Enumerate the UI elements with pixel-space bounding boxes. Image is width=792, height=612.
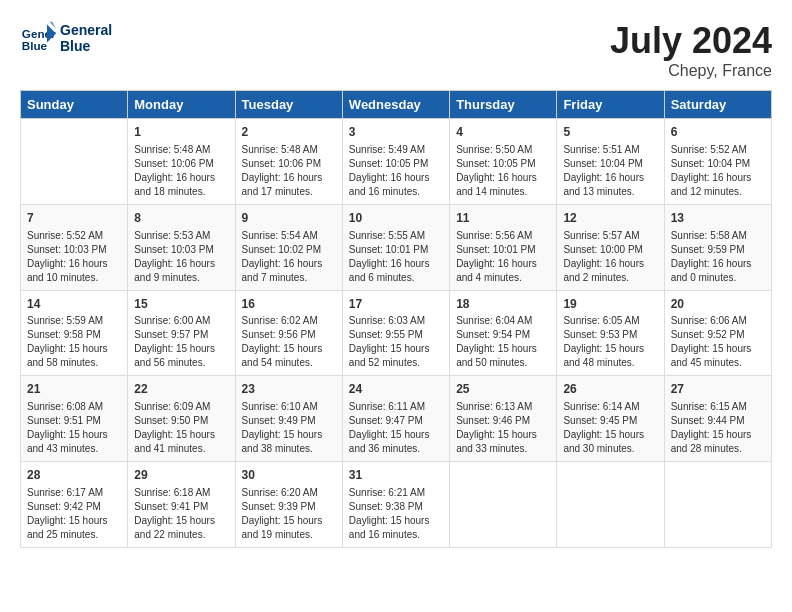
day-info: Sunrise: 6:09 AM Sunset: 9:50 PM Dayligh… — [134, 400, 228, 456]
calendar-cell: 28Sunrise: 6:17 AM Sunset: 9:42 PM Dayli… — [21, 462, 128, 548]
calendar-cell: 16Sunrise: 6:02 AM Sunset: 9:56 PM Dayli… — [235, 290, 342, 376]
day-number: 29 — [134, 467, 228, 484]
weekday-header-sunday: Sunday — [21, 91, 128, 119]
day-info: Sunrise: 5:49 AM Sunset: 10:05 PM Daylig… — [349, 143, 443, 199]
calendar-cell: 26Sunrise: 6:14 AM Sunset: 9:45 PM Dayli… — [557, 376, 664, 462]
day-number: 18 — [456, 296, 550, 313]
day-number: 4 — [456, 124, 550, 141]
logo-icon: General Blue — [20, 20, 56, 56]
calendar-header: SundayMondayTuesdayWednesdayThursdayFrid… — [21, 91, 772, 119]
calendar-cell: 27Sunrise: 6:15 AM Sunset: 9:44 PM Dayli… — [664, 376, 771, 462]
day-number: 19 — [563, 296, 657, 313]
calendar-cell: 10Sunrise: 5:55 AM Sunset: 10:01 PM Dayl… — [342, 204, 449, 290]
day-number: 10 — [349, 210, 443, 227]
weekday-header-thursday: Thursday — [450, 91, 557, 119]
week-row-5: 28Sunrise: 6:17 AM Sunset: 9:42 PM Dayli… — [21, 462, 772, 548]
day-number: 13 — [671, 210, 765, 227]
day-info: Sunrise: 6:03 AM Sunset: 9:55 PM Dayligh… — [349, 314, 443, 370]
calendar-cell: 31Sunrise: 6:21 AM Sunset: 9:38 PM Dayli… — [342, 462, 449, 548]
day-info: Sunrise: 5:54 AM Sunset: 10:02 PM Daylig… — [242, 229, 336, 285]
day-number: 12 — [563, 210, 657, 227]
calendar-cell: 11Sunrise: 5:56 AM Sunset: 10:01 PM Dayl… — [450, 204, 557, 290]
day-number: 25 — [456, 381, 550, 398]
logo: General Blue General Blue — [20, 20, 112, 56]
calendar-cell: 17Sunrise: 6:03 AM Sunset: 9:55 PM Dayli… — [342, 290, 449, 376]
calendar-cell: 23Sunrise: 6:10 AM Sunset: 9:49 PM Dayli… — [235, 376, 342, 462]
calendar-subtitle: Chepy, France — [610, 62, 772, 80]
day-number: 21 — [27, 381, 121, 398]
day-info: Sunrise: 6:20 AM Sunset: 9:39 PM Dayligh… — [242, 486, 336, 542]
day-info: Sunrise: 6:17 AM Sunset: 9:42 PM Dayligh… — [27, 486, 121, 542]
logo-general: General — [60, 22, 112, 38]
day-number: 6 — [671, 124, 765, 141]
weekday-header-monday: Monday — [128, 91, 235, 119]
calendar-cell — [450, 462, 557, 548]
day-info: Sunrise: 5:59 AM Sunset: 9:58 PM Dayligh… — [27, 314, 121, 370]
calendar-cell: 4Sunrise: 5:50 AM Sunset: 10:05 PM Dayli… — [450, 119, 557, 205]
day-info: Sunrise: 5:48 AM Sunset: 10:06 PM Daylig… — [134, 143, 228, 199]
calendar-cell: 24Sunrise: 6:11 AM Sunset: 9:47 PM Dayli… — [342, 376, 449, 462]
day-info: Sunrise: 6:15 AM Sunset: 9:44 PM Dayligh… — [671, 400, 765, 456]
calendar-cell: 13Sunrise: 5:58 AM Sunset: 9:59 PM Dayli… — [664, 204, 771, 290]
day-info: Sunrise: 5:48 AM Sunset: 10:06 PM Daylig… — [242, 143, 336, 199]
day-number: 14 — [27, 296, 121, 313]
day-number: 28 — [27, 467, 121, 484]
day-number: 17 — [349, 296, 443, 313]
day-number: 23 — [242, 381, 336, 398]
calendar-cell: 6Sunrise: 5:52 AM Sunset: 10:04 PM Dayli… — [664, 119, 771, 205]
day-info: Sunrise: 6:02 AM Sunset: 9:56 PM Dayligh… — [242, 314, 336, 370]
day-info: Sunrise: 5:52 AM Sunset: 10:04 PM Daylig… — [671, 143, 765, 199]
calendar-table: SundayMondayTuesdayWednesdayThursdayFrid… — [20, 90, 772, 548]
day-info: Sunrise: 5:56 AM Sunset: 10:01 PM Daylig… — [456, 229, 550, 285]
week-row-1: 1Sunrise: 5:48 AM Sunset: 10:06 PM Dayli… — [21, 119, 772, 205]
calendar-cell — [664, 462, 771, 548]
calendar-cell — [21, 119, 128, 205]
page-header: General Blue General Blue July 2024 Chep… — [20, 20, 772, 80]
day-info: Sunrise: 6:08 AM Sunset: 9:51 PM Dayligh… — [27, 400, 121, 456]
day-number: 24 — [349, 381, 443, 398]
day-info: Sunrise: 6:18 AM Sunset: 9:41 PM Dayligh… — [134, 486, 228, 542]
calendar-cell: 30Sunrise: 6:20 AM Sunset: 9:39 PM Dayli… — [235, 462, 342, 548]
week-row-2: 7Sunrise: 5:52 AM Sunset: 10:03 PM Dayli… — [21, 204, 772, 290]
day-number: 16 — [242, 296, 336, 313]
day-number: 30 — [242, 467, 336, 484]
calendar-cell: 22Sunrise: 6:09 AM Sunset: 9:50 PM Dayli… — [128, 376, 235, 462]
week-row-4: 21Sunrise: 6:08 AM Sunset: 9:51 PM Dayli… — [21, 376, 772, 462]
week-row-3: 14Sunrise: 5:59 AM Sunset: 9:58 PM Dayli… — [21, 290, 772, 376]
weekday-row: SundayMondayTuesdayWednesdayThursdayFrid… — [21, 91, 772, 119]
day-number: 7 — [27, 210, 121, 227]
title-block: July 2024 Chepy, France — [610, 20, 772, 80]
weekday-header-friday: Friday — [557, 91, 664, 119]
day-info: Sunrise: 6:11 AM Sunset: 9:47 PM Dayligh… — [349, 400, 443, 456]
calendar-cell: 20Sunrise: 6:06 AM Sunset: 9:52 PM Dayli… — [664, 290, 771, 376]
day-info: Sunrise: 5:51 AM Sunset: 10:04 PM Daylig… — [563, 143, 657, 199]
calendar-cell: 1Sunrise: 5:48 AM Sunset: 10:06 PM Dayli… — [128, 119, 235, 205]
calendar-cell: 3Sunrise: 5:49 AM Sunset: 10:05 PM Dayli… — [342, 119, 449, 205]
calendar-cell: 25Sunrise: 6:13 AM Sunset: 9:46 PM Dayli… — [450, 376, 557, 462]
day-number: 5 — [563, 124, 657, 141]
day-info: Sunrise: 6:05 AM Sunset: 9:53 PM Dayligh… — [563, 314, 657, 370]
calendar-cell: 14Sunrise: 5:59 AM Sunset: 9:58 PM Dayli… — [21, 290, 128, 376]
day-number: 22 — [134, 381, 228, 398]
day-number: 3 — [349, 124, 443, 141]
svg-text:Blue: Blue — [22, 39, 48, 52]
calendar-cell: 9Sunrise: 5:54 AM Sunset: 10:02 PM Dayli… — [235, 204, 342, 290]
weekday-header-saturday: Saturday — [664, 91, 771, 119]
calendar-cell: 18Sunrise: 6:04 AM Sunset: 9:54 PM Dayli… — [450, 290, 557, 376]
weekday-header-wednesday: Wednesday — [342, 91, 449, 119]
day-number: 2 — [242, 124, 336, 141]
day-info: Sunrise: 5:50 AM Sunset: 10:05 PM Daylig… — [456, 143, 550, 199]
calendar-cell: 21Sunrise: 6:08 AM Sunset: 9:51 PM Dayli… — [21, 376, 128, 462]
calendar-body: 1Sunrise: 5:48 AM Sunset: 10:06 PM Dayli… — [21, 119, 772, 548]
day-info: Sunrise: 6:14 AM Sunset: 9:45 PM Dayligh… — [563, 400, 657, 456]
calendar-cell: 29Sunrise: 6:18 AM Sunset: 9:41 PM Dayli… — [128, 462, 235, 548]
day-info: Sunrise: 5:52 AM Sunset: 10:03 PM Daylig… — [27, 229, 121, 285]
day-info: Sunrise: 6:06 AM Sunset: 9:52 PM Dayligh… — [671, 314, 765, 370]
calendar-cell: 15Sunrise: 6:00 AM Sunset: 9:57 PM Dayli… — [128, 290, 235, 376]
calendar-cell — [557, 462, 664, 548]
day-info: Sunrise: 5:57 AM Sunset: 10:00 PM Daylig… — [563, 229, 657, 285]
day-info: Sunrise: 6:21 AM Sunset: 9:38 PM Dayligh… — [349, 486, 443, 542]
day-info: Sunrise: 6:13 AM Sunset: 9:46 PM Dayligh… — [456, 400, 550, 456]
day-number: 11 — [456, 210, 550, 227]
day-number: 31 — [349, 467, 443, 484]
